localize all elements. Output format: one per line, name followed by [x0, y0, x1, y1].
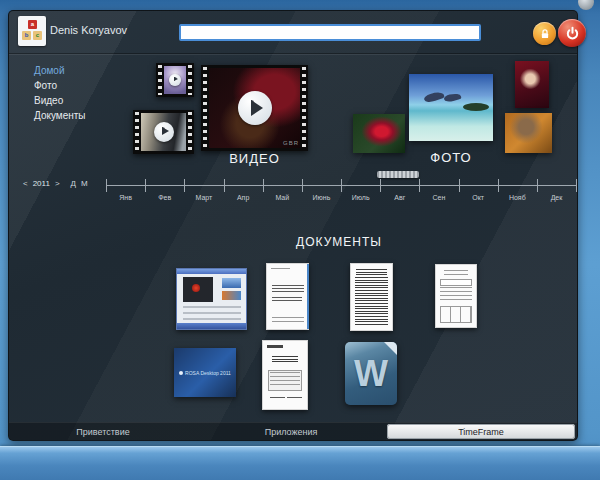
timeline-month[interactable]: Нояб — [498, 194, 537, 201]
user-avatar: a b c — [18, 16, 46, 46]
header-divider — [9, 54, 577, 55]
document-thumbnail-text-2[interactable] — [350, 263, 393, 331]
search-input[interactable] — [179, 24, 481, 41]
video-thumbnail-2[interactable]: GBR — [201, 65, 308, 151]
timeline-month-mode-button[interactable]: М — [81, 179, 88, 188]
photo-section-label: ФОТО — [409, 150, 493, 165]
lock-button[interactable] — [533, 22, 556, 45]
timeline-year-label: 2011 — [33, 179, 50, 188]
tab-welcome[interactable]: Приветствие — [9, 423, 197, 440]
timeline-month[interactable]: Дек — [537, 194, 576, 201]
user-name: Denis Koryavov — [50, 24, 127, 36]
tab-applications[interactable]: Приложения — [197, 423, 385, 440]
timeline-ticks — [106, 179, 577, 192]
timeline-month[interactable]: Июль — [341, 194, 380, 201]
timeline-prev-year-button[interactable]: < — [23, 179, 28, 188]
photo-thumbnail-child[interactable] — [515, 61, 549, 108]
video-section-label: ВИДЕО — [201, 151, 308, 166]
document-thumbnail-word[interactable]: W — [345, 342, 397, 405]
slide-title: ROSA Desktop 2011 — [185, 370, 231, 376]
play-icon — [169, 74, 181, 86]
timeline-month[interactable]: Сен — [419, 194, 458, 201]
play-icon — [238, 91, 272, 125]
video-thumbnail-3[interactable] — [133, 110, 194, 154]
bottom-tab-strip: Приветствие Приложения TimeFrame — [9, 422, 577, 440]
timeline-track: Янв Фев Март Апр Май Июнь Июль Авг Сен О… — [106, 171, 576, 207]
document-thumbnail-form[interactable] — [435, 264, 477, 328]
timeline-day-mode-button[interactable]: Д — [71, 179, 76, 188]
word-letter: W — [354, 356, 388, 392]
sidebar-item-documents[interactable]: Документы — [34, 108, 86, 123]
timeline-month[interactable]: Май — [263, 194, 302, 201]
timeline-month[interactable]: Окт — [459, 194, 498, 201]
timeline-controls: < 2011 > Д М — [23, 177, 88, 189]
plasma-toolbox-icon[interactable] — [578, 0, 594, 10]
tab-timeframe[interactable]: TimeFrame — [387, 424, 575, 439]
photo-thumbnail-cat[interactable] — [505, 113, 552, 153]
timeline-month[interactable]: Фев — [145, 194, 184, 201]
taskbar: ★ us 01:01 — [0, 446, 600, 480]
padlock-icon — [539, 28, 551, 40]
photo-thumbnail-dolphins[interactable] — [409, 74, 493, 141]
power-icon — [565, 26, 580, 41]
document-thumbnail-screenshot[interactable] — [176, 268, 247, 330]
play-icon — [154, 122, 174, 142]
timeline-month[interactable]: Апр — [224, 194, 263, 201]
timeline-next-year-button[interactable]: > — [55, 179, 60, 188]
sidebar: Домой Фото Видео Документы — [34, 63, 86, 123]
timeline-month-labels: Янв Фев Март Апр Май Июнь Июль Авг Сен О… — [106, 194, 576, 201]
documents-section-label: ДОКУМЕНТЫ — [249, 235, 429, 249]
timeline-month[interactable]: Июнь — [302, 194, 341, 201]
timeline-month[interactable]: Янв — [106, 194, 145, 201]
sidebar-item-video[interactable]: Видео — [34, 93, 86, 108]
document-thumbnail-mandriva[interactable] — [262, 340, 308, 410]
document-thumbnail-presentation[interactable]: ROSA Desktop 2011 — [174, 348, 236, 397]
mandriva-logo — [267, 345, 283, 348]
desktop: a b c Denis Koryavov Домой Фото Видео До… — [0, 0, 600, 480]
document-thumbnail-text-1[interactable] — [266, 263, 309, 330]
rosa-logo-icon — [179, 371, 183, 375]
power-button[interactable] — [558, 19, 586, 47]
abc-blocks-icon: a — [28, 20, 37, 29]
timeframe-widget: a b c Denis Koryavov Домой Фото Видео До… — [8, 10, 578, 441]
photo-thumbnail-flower[interactable] — [353, 114, 405, 153]
timeline-month[interactable]: Авг — [380, 194, 419, 201]
video-watermark: GBR — [283, 140, 299, 146]
sidebar-item-home[interactable]: Домой — [34, 63, 86, 78]
timeline-month[interactable]: Март — [184, 194, 223, 201]
sidebar-item-photo[interactable]: Фото — [34, 78, 86, 93]
video-thumbnail-1[interactable] — [156, 63, 194, 97]
timeline-slider-handle[interactable] — [377, 171, 419, 178]
